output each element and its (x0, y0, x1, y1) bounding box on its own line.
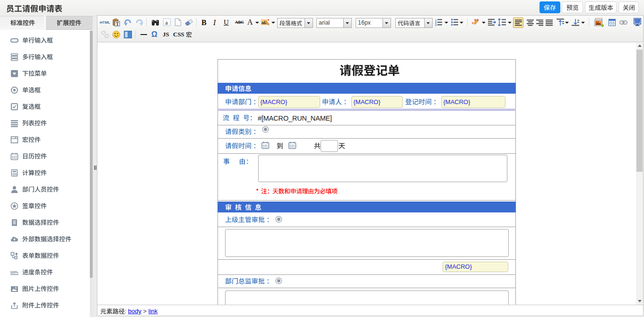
svg-text:a: a (165, 19, 168, 26)
svg-text:T: T (116, 22, 119, 26)
svg-text:100%: 100% (10, 270, 18, 274)
svg-text:3: 3 (435, 24, 437, 26)
